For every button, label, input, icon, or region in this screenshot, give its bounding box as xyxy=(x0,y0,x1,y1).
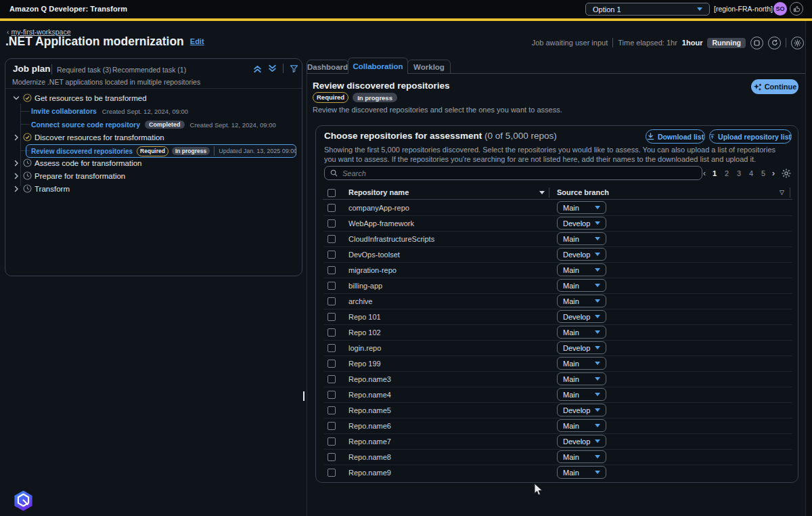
prev-page-button[interactable]: ‹ xyxy=(703,169,706,178)
text-cursor xyxy=(303,391,304,401)
row-checkbox[interactable] xyxy=(328,360,336,368)
row-checkbox[interactable] xyxy=(328,437,336,446)
page-1[interactable]: 1 xyxy=(711,169,718,177)
page-numbers: 12345 xyxy=(711,169,767,177)
row-checkbox[interactable] xyxy=(328,204,336,212)
row-checkbox[interactable] xyxy=(328,328,336,337)
source-branch-select[interactable]: Main xyxy=(557,466,606,479)
tree-item-prepare-for-transformation[interactable]: Prepare for transformation xyxy=(5,169,125,182)
job-plan-panel: Job plan Required task (3) Recommended t… xyxy=(5,58,302,276)
chevron-down-icon xyxy=(595,471,600,474)
source-branch-select[interactable]: Main xyxy=(557,450,606,463)
source-branch-select[interactable]: Main xyxy=(557,201,606,214)
tree-item-connect-source-code-repository[interactable]: Connect source code repositoryCompletedC… xyxy=(31,118,276,131)
row-checkbox[interactable] xyxy=(328,235,336,243)
row-checkbox[interactable] xyxy=(328,469,336,477)
repository-name: Repo.name3 xyxy=(348,375,391,383)
repository-name: billing-app xyxy=(348,282,382,290)
row-checkbox[interactable] xyxy=(328,375,336,383)
source-branch-select[interactable]: Develop xyxy=(557,435,606,448)
region-label: [region-FRA-north] xyxy=(714,5,773,13)
source-branch-select[interactable]: Develop xyxy=(557,217,606,230)
row-checkbox[interactable] xyxy=(328,453,336,461)
row-checkbox[interactable] xyxy=(328,422,336,430)
row-checkbox[interactable] xyxy=(328,391,336,399)
refresh-button[interactable] xyxy=(768,37,781,49)
search-box[interactable] xyxy=(324,166,702,180)
next-page-button[interactable]: › xyxy=(772,169,775,178)
in-progress-badge: In progress xyxy=(353,93,397,102)
source-branch-select[interactable]: Main xyxy=(557,279,606,292)
tab-panel-border-left xyxy=(307,73,307,516)
page-title: .NET Application modernizationEdit xyxy=(5,35,204,49)
tree-item-selected[interactable]: Review discovered repositoriesRequiredIn… xyxy=(26,144,296,158)
tree-item-assess-code-for-transformation[interactable]: Assess code for transformation xyxy=(5,156,142,169)
ai-sparkle-icon xyxy=(753,83,762,91)
page-2[interactable]: 2 xyxy=(723,169,730,177)
tab-collaboration[interactable]: Collaboration xyxy=(348,58,408,74)
download-list-button[interactable]: Download list xyxy=(646,129,705,144)
tree-item-discover-resources-for-transfo[interactable]: Discover resources for transformation xyxy=(5,131,164,144)
tab-worklog[interactable]: Worklog xyxy=(407,60,451,74)
row-checkbox[interactable] xyxy=(328,344,336,352)
source-branch-select[interactable]: Main xyxy=(557,295,606,307)
top-bar: Amazon Q Developer: Transform Option 1 [… xyxy=(0,0,812,18)
table-row: companyApp-repoMain xyxy=(316,200,798,215)
row-divider xyxy=(324,402,792,403)
row-checkbox[interactable] xyxy=(328,282,336,290)
repository-name: Repo.name6 xyxy=(348,422,391,430)
source-branch-select[interactable]: Main xyxy=(557,232,606,245)
filter-caret-icon[interactable]: ▽ xyxy=(780,189,784,196)
tree-item-transform[interactable]: Transform xyxy=(5,182,70,195)
source-branch-select[interactable]: Main xyxy=(557,388,606,401)
continue-button[interactable]: Continue xyxy=(751,79,798,94)
source-branch-select[interactable]: Main xyxy=(557,419,606,432)
tree-item-invite-collaborators[interactable]: Invite collaboratorsCreated Sept. 12, 20… xyxy=(31,104,188,118)
row-checkbox[interactable] xyxy=(328,219,336,228)
column-header-source-branch[interactable]: Source branch xyxy=(557,188,609,196)
source-branch-select[interactable]: Develop xyxy=(557,310,606,323)
feedback-button[interactable] xyxy=(790,2,803,16)
source-branch-select[interactable]: Develop xyxy=(557,248,606,261)
row-checkbox[interactable] xyxy=(328,313,336,321)
settings-button[interactable] xyxy=(791,37,804,49)
select-all-checkbox[interactable] xyxy=(328,189,336,197)
page-3[interactable]: 3 xyxy=(736,169,742,177)
source-branch-select[interactable]: Develop xyxy=(557,341,606,354)
source-branch-select[interactable]: Main xyxy=(557,357,606,370)
stop-button[interactable] xyxy=(750,37,763,49)
source-branch-select[interactable]: Main xyxy=(557,372,606,385)
row-checkbox[interactable] xyxy=(328,297,336,305)
option-select[interactable]: Option 1 xyxy=(585,3,710,16)
column-header-repository-name[interactable]: Repository name xyxy=(348,188,409,196)
amazon-q-logo[interactable] xyxy=(12,490,35,512)
tab-dashboard[interactable]: Dashboard xyxy=(307,60,348,74)
upload-repository-list-button[interactable]: Upload repository list xyxy=(709,129,792,144)
chevron-right-icon[interactable] xyxy=(13,183,20,195)
page-5[interactable]: 5 xyxy=(760,169,767,177)
scrollbar[interactable] xyxy=(805,21,812,516)
source-branch-select[interactable]: Main xyxy=(557,263,606,276)
edit-link[interactable]: Edit xyxy=(190,37,204,45)
chevron-right-icon[interactable] xyxy=(13,157,20,169)
table-row: archiveMain xyxy=(316,293,798,309)
option-select-value: Option 1 xyxy=(593,5,621,14)
table-settings-icon[interactable] xyxy=(782,169,791,178)
row-checkbox[interactable] xyxy=(328,266,336,274)
avatar[interactable]: SO xyxy=(773,2,787,16)
chevron-right-icon[interactable] xyxy=(13,131,20,144)
chevron-down-icon xyxy=(595,377,600,381)
tree-item-get-resources-to-be-transforme[interactable]: Get resources to be transformed xyxy=(5,91,147,104)
row-divider xyxy=(324,356,792,356)
page-4[interactable]: 4 xyxy=(748,169,754,177)
row-checkbox[interactable] xyxy=(328,406,336,414)
chevron-down-icon[interactable] xyxy=(13,92,20,104)
table-row: Repo.name3Main xyxy=(316,371,798,387)
row-checkbox[interactable] xyxy=(328,251,336,259)
source-branch-select[interactable]: Main xyxy=(557,326,606,339)
chevron-right-icon[interactable] xyxy=(13,170,20,182)
sort-caret-icon[interactable] xyxy=(539,191,545,194)
chevron-down-icon xyxy=(595,393,600,396)
search-input[interactable] xyxy=(342,169,696,177)
source-branch-select[interactable]: Develop xyxy=(557,404,606,416)
